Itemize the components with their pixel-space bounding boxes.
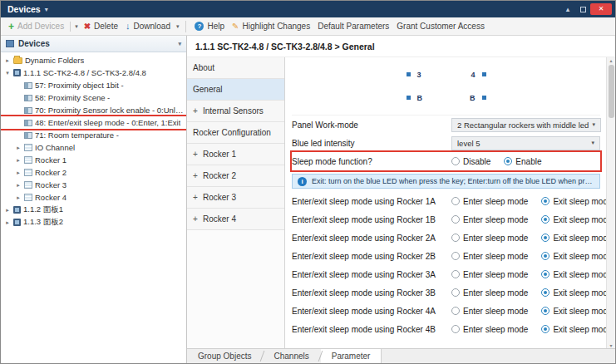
chevron-right-icon[interactable]: ▸ <box>15 170 22 176</box>
menu-item-rocker-4[interactable]: + Rocker 4 <box>187 209 284 230</box>
tab-group-objects[interactable]: Group Objects <box>187 349 262 363</box>
vertical-scrollbar[interactable]: ▴ ▾ <box>606 57 615 348</box>
radio-enter-sleep-3b[interactable]: Enter sleep mode <box>451 288 528 298</box>
expand-plus-icon[interactable]: + <box>193 106 200 116</box>
radio-exit-sleep-3a[interactable]: Exit sleep mode <box>541 270 612 279</box>
radio-icon[interactable] <box>541 307 549 315</box>
add-devices-button[interactable]: + Add Devices <box>7 22 66 32</box>
radio-icon[interactable] <box>541 215 549 224</box>
download-dropdown-icon[interactable]: ▾ <box>176 23 180 30</box>
radio-icon[interactable] <box>541 325 549 333</box>
tree-item-dynamic-folders[interactable]: ▸ Dynamic Folders <box>1 54 186 66</box>
radio-exit-sleep-1a[interactable]: Exit sleep mode <box>541 197 612 206</box>
menu-item-rocker-2[interactable]: + Rocker 2 <box>187 165 284 187</box>
radio-icon[interactable] <box>451 234 460 242</box>
chevron-right-icon[interactable]: ▸ <box>4 207 11 214</box>
param-row-rocker-3a: Enter/exit sleep mode using Rocker 3A En… <box>292 265 600 283</box>
radio-icon[interactable] <box>451 307 460 315</box>
tree-item-device-1-1-3[interactable]: ▸ 1.1.3 面板2 <box>1 216 186 229</box>
expand-plus-icon[interactable]: + <box>193 193 200 202</box>
collapse-panel-button[interactable]: ▴ <box>560 5 575 13</box>
default-parameters-button[interactable]: Default Parameters <box>316 22 391 31</box>
radio-enable[interactable]: Enable <box>504 157 541 166</box>
radio-icon[interactable] <box>451 215 460 224</box>
radio-enter-sleep-1b[interactable]: Enter sleep mode <box>451 215 528 224</box>
menu-item-rocker-configuration[interactable]: Rocker Configuration <box>187 122 284 144</box>
download-button[interactable]: ↓ Download <box>124 22 172 31</box>
scrollbar-thumb[interactable] <box>609 65 614 118</box>
tree-item-object-57[interactable]: 57: Proximity object 1bit - <box>1 79 186 91</box>
chevron-right-icon[interactable]: ▸ <box>15 145 22 151</box>
blue-led-intensity-select[interactable]: level 5 ▾ <box>451 136 600 150</box>
tree-item-object-58[interactable]: 58: Proximity Scene - <box>1 91 186 104</box>
radio-enter-sleep-1a[interactable]: Enter sleep mode <box>451 197 528 206</box>
tree-item-rocker-4[interactable]: ▸ Rocker 4 <box>1 191 186 204</box>
radio-icon[interactable] <box>541 234 549 242</box>
radio-exit-sleep-1b[interactable]: Exit sleep mode <box>541 215 612 224</box>
radio-icon[interactable] <box>541 270 549 278</box>
tree-item-rocker-1[interactable]: ▸ Rocker 1 <box>1 154 186 166</box>
tree-panel-header[interactable]: Devices ▾ <box>1 36 186 52</box>
tree-item-device-1-1-2[interactable]: ▸ 1.1.2 面板1 <box>1 204 186 216</box>
radio-icon[interactable] <box>451 157 460 165</box>
panel-work-mode-select[interactable]: 2 Rectangular rockers with middle led ▾ <box>451 118 601 132</box>
content-body: About General + Internal Sensors Rocker … <box>187 57 615 348</box>
delete-button[interactable]: ✖ Delete <box>82 22 120 31</box>
chevron-down-icon[interactable]: ▾ <box>178 41 181 47</box>
scroll-down-icon[interactable]: ▾ <box>609 342 612 348</box>
help-button[interactable]: ? Help <box>193 22 226 31</box>
tree-item-device-1-1-1[interactable]: ▾ 1.1.1 SC-TK2-4.8 / SC-TK3-2.8/4.8 <box>1 66 186 79</box>
menu-item-rocker-1[interactable]: + Rocker 1 <box>187 144 284 165</box>
radio-icon[interactable] <box>504 157 512 165</box>
radio-icon[interactable] <box>451 325 460 333</box>
grant-customer-access-button[interactable]: Grant Customer Access <box>395 22 486 31</box>
radio-exit-sleep-4a[interactable]: Exit sleep mode <box>541 307 612 316</box>
radio-enter-sleep-4a[interactable]: Enter sleep mode <box>451 307 528 316</box>
chevron-right-icon[interactable]: ▸ <box>15 194 22 201</box>
radio-exit-sleep-4b[interactable]: Exit sleep mode <box>541 325 612 334</box>
add-devices-dropdown-icon[interactable]: ▾ <box>75 23 78 30</box>
radio-icon[interactable] <box>541 252 549 260</box>
radio-exit-sleep-3b[interactable]: Exit sleep mode <box>541 288 612 298</box>
scroll-up-icon[interactable]: ▴ <box>609 57 612 63</box>
tree-item-io-channel[interactable]: ▸ IO Channel <box>1 141 186 154</box>
radio-enter-sleep-2a[interactable]: Enter sleep mode <box>451 234 528 243</box>
radio-icon[interactable] <box>541 288 549 297</box>
tree-item-object-71[interactable]: 71: Room temperature - <box>1 129 186 141</box>
radio-exit-sleep-2b[interactable]: Exit sleep mode <box>541 252 612 261</box>
expand-plus-icon[interactable]: + <box>193 150 200 159</box>
radio-icon[interactable] <box>541 197 549 205</box>
menu-item-internal-sensors[interactable]: + Internal Sensors <box>187 101 284 122</box>
chevron-right-icon[interactable]: ▸ <box>4 219 11 226</box>
float-window-button[interactable] <box>575 7 590 12</box>
chevron-down-icon[interactable]: ▾ <box>4 70 11 76</box>
title-caret-down-icon[interactable]: ▾ <box>45 6 48 13</box>
channel-icon <box>24 144 32 151</box>
parameter-panel: 3 4 B <box>285 57 615 348</box>
menu-item-rocker-3[interactable]: + Rocker 3 <box>187 187 284 209</box>
radio-disable[interactable]: Disable <box>451 157 490 166</box>
tab-channels[interactable]: Channels <box>263 349 319 363</box>
close-button[interactable]: ✕ <box>590 3 612 15</box>
chevron-right-icon[interactable]: ▸ <box>4 57 11 64</box>
radio-exit-sleep-2a[interactable]: Exit sleep mode <box>541 234 612 243</box>
menu-item-general[interactable]: General <box>187 79 284 101</box>
menu-item-about[interactable]: About <box>187 57 284 79</box>
radio-icon[interactable] <box>451 288 460 297</box>
radio-icon[interactable] <box>451 270 460 278</box>
chevron-right-icon[interactable]: ▸ <box>15 157 22 164</box>
tree-item-object-48-selected[interactable]: 48: Enter/exit sleep mode - 0:Enter, 1:E… <box>1 116 186 129</box>
expand-plus-icon[interactable]: + <box>193 214 200 224</box>
tree-item-object-70[interactable]: 70: Proximity Sensor lock enable - 0:Unl… <box>1 104 186 116</box>
chevron-right-icon[interactable]: ▸ <box>15 182 22 189</box>
radio-enter-sleep-4b[interactable]: Enter sleep mode <box>451 325 528 334</box>
tree-item-rocker-2[interactable]: ▸ Rocker 2 <box>1 166 186 179</box>
radio-icon[interactable] <box>451 197 460 205</box>
tab-parameter[interactable]: Parameter <box>321 349 382 363</box>
radio-enter-sleep-3a[interactable]: Enter sleep mode <box>451 270 528 279</box>
highlight-changes-button[interactable]: ✎ Highlight Changes <box>230 22 312 31</box>
radio-icon[interactable] <box>451 252 460 260</box>
tree-item-rocker-3[interactable]: ▸ Rocker 3 <box>1 179 186 191</box>
expand-plus-icon[interactable]: + <box>193 171 200 180</box>
radio-enter-sleep-2b[interactable]: Enter sleep mode <box>451 252 528 261</box>
